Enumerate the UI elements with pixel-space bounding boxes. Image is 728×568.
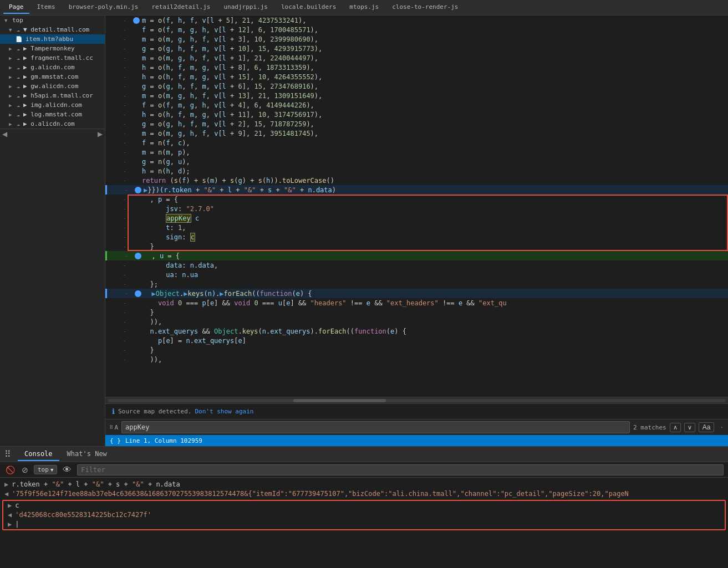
cloud-icon: ☁ (17, 45, 20, 52)
cloud-icon: ☁ (17, 64, 20, 70)
console-line-result-1: ◀ '75f9f56e124f71ee88ab37eb4c636638&1686… (0, 489, 728, 499)
code-line: - m = o(m, g, h, f, v[l + 1], 21, 224004… (105, 53, 728, 63)
bottom-panel-controls: ⠿ (3, 448, 12, 460)
chevron-down-icon: ▼ (50, 467, 53, 473)
info-icon: ℹ (112, 407, 115, 416)
horizontal-scrollbar[interactable] (105, 397, 728, 403)
clear-console-button[interactable]: 🚫 (4, 464, 16, 475)
tab-page[interactable]: Page (3, 1, 29, 14)
search-input[interactable] (121, 421, 630, 433)
code-line: - m = o(m, g, h, f, v[l + 3], 10, 239998… (105, 34, 728, 44)
tab-retail2detail[interactable]: retail2detail.js (146, 1, 216, 14)
braces-indicator: { } (110, 437, 121, 444)
show-console-sidebar-button[interactable]: 👁 (62, 464, 73, 476)
code-line: - g = o(g, h, f, m, v[l + 2], 15, 718787… (105, 119, 728, 129)
console-toolbar: 🚫 ⊘ top ▼ 👁 (0, 462, 728, 478)
tree-arrow-icon: ▶ (9, 55, 14, 61)
code-line: - h = o(h, f, m, g, v[l + 11], 10, 31747… (105, 110, 728, 119)
search-bar: B A 2 matches ∧ ∨ Aa · (105, 419, 728, 435)
sidebar-item-h5api[interactable]: ▶ ☁ ▶ h5api.m.tmall.cor (0, 91, 105, 100)
case-sensitive-button[interactable]: Aa (699, 422, 715, 432)
bottom-panel-close-button[interactable]: ⠿ (3, 448, 12, 460)
code-line: - g = o(g, h, f, m, v[l + 10], 15, 42939… (105, 44, 728, 53)
code-line: - )), (105, 317, 728, 326)
code-line: - )), (105, 355, 728, 364)
sidebar-item-item-htm[interactable]: 📄 item.htm?abbu (0, 34, 105, 44)
search-next-button[interactable]: ∨ (684, 423, 695, 432)
status-bar: { } Line 1, Column 102959 (105, 435, 728, 446)
code-line-breakpoint: - ▶}})(r.token + "&" + l + "&" + s + "&"… (105, 185, 728, 195)
file-tree-sidebar: ▼ top ▼ ☁ ▼ detail.tmall.com 📄 item.htm?… (0, 16, 105, 446)
sidebar-item-top[interactable]: ▼ top (0, 16, 105, 25)
search-prev-button[interactable]: ∧ (670, 423, 681, 432)
code-panel: - m = o(f, h, f, v[l + 5], 21, 423753324… (105, 16, 728, 446)
tab-locale-builders[interactable]: locale.builders (276, 1, 342, 14)
code-line: - f = o(f, m, g, h, v[l + 12], 6, 170048… (105, 25, 728, 34)
sidebar-item-detail-tmall[interactable]: ▼ ☁ ▼ detail.tmall.com (0, 25, 105, 34)
code-scroll-area[interactable]: - m = o(f, h, f, v[l + 5], 21, 423753324… (105, 16, 728, 397)
tab-mtops[interactable]: mtops.js (344, 1, 384, 14)
code-line: - n.ext_querys && Object.keys(n.ext_quer… (105, 326, 728, 336)
tab-whats-new[interactable]: What's New (60, 448, 114, 461)
breakpoint-marker[interactable] (135, 290, 141, 297)
sidebar-item-gw-alicdn[interactable]: ▶ ☁ ▶ gw.alicdn.com (0, 81, 105, 91)
console-line-c-expression: ▶ c (3, 501, 725, 510)
code-line: - void 0 === p[e] && void 0 === u[e] && … (105, 298, 728, 308)
sidebar-item-g-alicdn[interactable]: ▶ ☁ ▶ g.alicdn.com (0, 63, 105, 72)
sidebar-item-img-alicdn[interactable]: ▶ ☁ ▶ img.alicdn.com (0, 100, 105, 110)
tree-arrow-icon: ▶ (9, 112, 14, 117)
tab-close-to-render[interactable]: close-to-render-js (386, 1, 464, 14)
scrollbar-thumb[interactable] (293, 399, 386, 402)
code-line: - } (105, 308, 728, 317)
code-line: - f = n(f, c), (105, 138, 728, 147)
cloud-icon: ☁ (17, 55, 20, 61)
sidebar-scroll-controls: ◀ ▶ (0, 129, 105, 139)
code-line: - m = o(m, g, h, f, v[l + 9], 21, 395148… (105, 129, 728, 138)
breakpoint-marker[interactable] (135, 253, 141, 259)
file-icon: 📄 (16, 36, 22, 42)
code-line: - return (s(f) + s(m) + s(g) + s(h)).toL… (105, 176, 728, 185)
console-prompt-expand: ▶ (8, 502, 12, 509)
tree-arrow-icon: ▶ (9, 93, 14, 99)
tab-browser-poly[interactable]: browser-poly.min.js (63, 1, 144, 14)
tree-arrow-icon: ▼ (4, 18, 10, 23)
console-prompt-expand: ▶ (4, 480, 8, 488)
filter-input[interactable] (77, 464, 724, 475)
tree-arrow-icon: ▶ (9, 84, 14, 89)
tab-console[interactable]: Console (18, 448, 59, 461)
scrollbar-track[interactable] (108, 399, 726, 402)
code-line: - } (105, 345, 728, 355)
dont-show-again-link[interactable]: Don't show again (195, 408, 253, 415)
sidebar-item-log-mmstat[interactable]: ▶ ☁ ▶ log.mmstat.com (0, 110, 105, 119)
sidebar-item-fragment-tmall[interactable]: ▶ ☁ ▶ fragment.tmall.cc (0, 53, 105, 63)
search-mode-indicator: B A (110, 424, 118, 431)
top-toolbar: Page Items browser-poly.min.js retail2de… (0, 0, 728, 16)
code-line: - h = n(h, d); (105, 166, 728, 176)
tree-arrow-icon: ▶ (9, 65, 14, 70)
tab-unadjrppi[interactable]: unadjrppi.js (218, 1, 273, 14)
code-line: - h = o(h, f, m, g, v[l + 15], 10, 42643… (105, 72, 728, 81)
code-line: - f = o(f, m, g, h, v[l + 4], 6, 4149444… (105, 100, 728, 110)
source-map-bar: ℹ Source map detected. Don't show again (105, 403, 728, 419)
code-line: - ua: n.ua (105, 270, 728, 279)
tab-items[interactable]: Items (32, 1, 61, 14)
sidebar-item-gm-mmstat[interactable]: ▶ ☁ ▶ gm.mmstat.com (0, 72, 105, 81)
console-prompt-result: ◀ (8, 511, 12, 519)
code-line-current: - , u = { (105, 251, 728, 260)
sidebar-item-tampermonkey[interactable]: ▶ ☁ ▶ Tampermonkey (0, 44, 105, 53)
hide-network-messages-button[interactable]: ⊘ (21, 464, 29, 475)
code-line: - , p = { (105, 195, 728, 204)
breakpoint-marker[interactable] (135, 187, 141, 193)
scroll-left-button[interactable]: ◀ (2, 130, 7, 138)
sidebar-item-o-alicdn[interactable]: ▶ ☁ ▶ o.alicdn.com (0, 119, 105, 129)
tree-arrow-icon: ▶ (9, 103, 14, 108)
breakpoint-marker[interactable] (133, 17, 140, 24)
code-line-appkey: - appKey c (105, 213, 728, 223)
console-output: ▶ r.token + "&" + l + "&" + s + "&" + n.… (0, 478, 728, 568)
code-line: - sign: c (105, 232, 728, 242)
console-line-cursor[interactable]: ▶ | (3, 520, 725, 529)
scroll-right-button[interactable]: ▶ (98, 130, 103, 138)
code-line: - jsv: "2.7.0" (105, 204, 728, 213)
context-selector[interactable]: top ▼ (34, 465, 57, 474)
console-line-expression: ▶ r.token + "&" + l + "&" + s + "&" + n.… (0, 480, 728, 489)
